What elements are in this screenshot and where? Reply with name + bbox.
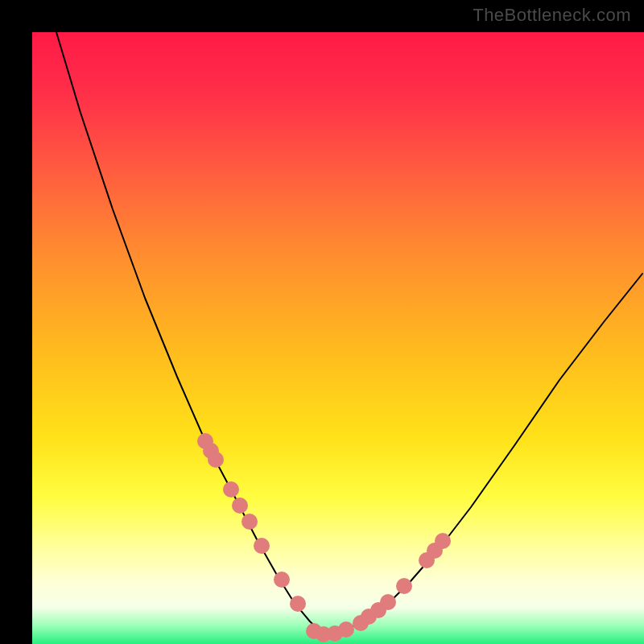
chart-svg	[32, 32, 644, 644]
marker-left-markers	[208, 452, 224, 468]
marker-left-markers	[242, 514, 258, 530]
chart-frame: TheBottleneck.com	[0, 0, 644, 644]
series-left-curve	[56, 32, 324, 634]
plot-area	[32, 32, 644, 644]
marker-left-markers	[274, 572, 290, 588]
marker-left-markers	[232, 497, 248, 514]
marker-left-markers	[290, 596, 306, 612]
watermark-text: TheBottleneck.com	[473, 5, 631, 26]
marker-bottom-markers	[338, 621, 354, 638]
marker-right-markers	[435, 533, 451, 549]
marker-right-markers	[380, 594, 396, 610]
marker-left-markers	[223, 481, 239, 497]
marker-left-markers	[254, 538, 270, 554]
series-right-curve	[324, 274, 642, 634]
marker-right-markers	[396, 578, 412, 594]
